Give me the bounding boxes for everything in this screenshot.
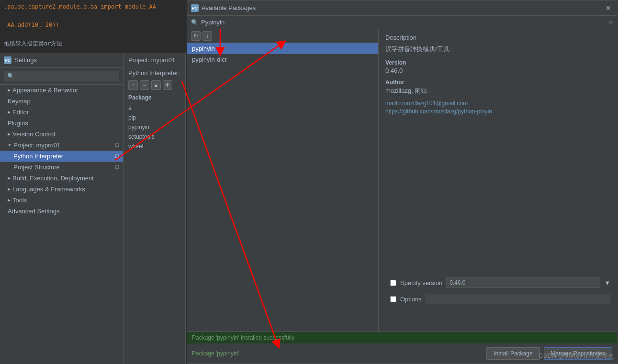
specify-version-row: Specify version ▼ <box>383 274 617 292</box>
package-list-panel: ↻ ↓ pypinyin pypinyin-dict <box>187 29 379 331</box>
project-header-label: Project: mypro01 <box>128 56 175 64</box>
success-message: Package 'pypinyin' installed successfull… <box>187 332 617 343</box>
project-header: Project: mypro01 <box>124 53 185 67</box>
sidebar-item-label: Advanced Settings <box>8 208 59 215</box>
sidebar-item-advanced[interactable]: Advanced Settings <box>0 206 123 217</box>
sidebar-item-label: Languages & Frameworks <box>12 186 85 193</box>
version-value: 0.46.0 <box>385 67 610 74</box>
specify-version-label: Specify version <box>400 279 442 287</box>
list-item[interactable]: pypinyin <box>124 122 185 132</box>
sidebar-item-keymap[interactable]: Keymap <box>0 96 123 107</box>
description-text: 汉字拼音转换模块/工具. <box>385 45 610 54</box>
dialog-close-button[interactable]: ✕ <box>604 3 613 13</box>
sidebar-item-label: Tools <box>12 197 27 204</box>
list-item[interactable]: pip <box>124 113 185 122</box>
sidebar-item-python-interpreter[interactable]: Python Interpreter ⊡ <box>0 151 123 162</box>
author-value: mozillazg, 闲钻 <box>385 87 610 95</box>
dialog-body: ↻ ↓ pypinyin pypinyin-dict Description 汉… <box>187 29 617 331</box>
pc-icon: PC <box>4 56 11 64</box>
sidebar-item-label: Version Control <box>12 131 55 138</box>
github-link[interactable]: https://github.com/mozillazg/python-piny… <box>385 108 610 115</box>
version-label: Version <box>385 59 610 66</box>
settings-label: Settings <box>14 56 37 64</box>
sidebar-item-editor[interactable]: Editor <box>0 107 123 118</box>
list-item[interactable]: a <box>124 103 185 113</box>
options-checkbox[interactable] <box>390 296 396 302</box>
project-icon: ⊡ <box>115 142 119 148</box>
interpreter-label: Python Interpreter: <box>124 67 185 78</box>
project-content-panel: Project: mypro01 Python Interpreter: + −… <box>124 53 186 364</box>
interpreter-label-text: Python Interpreter: <box>128 69 180 77</box>
settings-title: PC Settings <box>0 53 123 68</box>
sidebar-item-label: Keymap <box>8 98 31 105</box>
dialog-search-bar: 🔍 ✕ <box>187 16 617 29</box>
sidebar-item-vcs[interactable]: Version Control <box>0 129 123 140</box>
package-column-header: Package <box>124 92 185 103</box>
email-link[interactable]: mailto:mozillazg101@gmail.com <box>385 100 610 107</box>
package-item-pypinyin-dict[interactable]: pypinyin-dict <box>187 54 378 65</box>
clear-search-icon[interactable]: ✕ <box>608 19 613 26</box>
sidebar-item-build[interactable]: Build, Execution, Deployment <box>0 173 123 184</box>
sidebar-item-appearance[interactable]: Appearance & Behavior <box>0 85 123 96</box>
sidebar-item-languages[interactable]: Languages & Frameworks <box>0 184 123 195</box>
settings-search-input[interactable] <box>4 71 119 81</box>
refresh-button[interactable]: ↻ <box>191 31 201 41</box>
search-icon: 🔍 <box>191 19 198 26</box>
dialog-title: Available Packages <box>202 4 604 11</box>
sidebar-item-project-structure[interactable]: Project Structure ⊡ <box>0 162 123 173</box>
package-list-items: pypinyin pypinyin-dict <box>187 43 378 331</box>
description-panel: Description 汉字拼音转换模块/工具. Version 0.46.0 … <box>379 29 617 331</box>
download-button[interactable]: ↓ <box>202 31 212 41</box>
install-package-button[interactable]: Install Package <box>486 347 539 360</box>
sidebar-item-plugins[interactable]: Plugins <box>0 118 123 129</box>
options-row: Options <box>383 292 617 306</box>
dialog-titlebar: PC Available Packages ✕ <box>187 0 617 16</box>
packages-toolbar: + − ▲ 👁 <box>124 78 185 92</box>
add-package-button[interactable]: + <box>128 80 138 90</box>
description-header: Description <box>385 34 610 41</box>
sidebar-item-label: Build, Execution, Deployment <box>12 175 94 182</box>
search-box <box>0 68 123 85</box>
list-item[interactable]: wheel <box>124 142 185 151</box>
footer-status: Package 'pypinyin' <box>192 350 483 357</box>
sidebar-item-label: Editor <box>12 109 29 116</box>
sidebar-item-tools[interactable]: Tools <box>0 195 123 206</box>
version-dropdown-icon[interactable]: ▼ <box>604 279 610 287</box>
package-item-pypinyin[interactable]: pypinyin <box>187 43 378 54</box>
sidebar-item-label: Plugins <box>8 120 28 127</box>
package-list-toolbar: ↻ ↓ <box>187 29 378 43</box>
package-search-input[interactable] <box>201 19 606 26</box>
up-package-button[interactable]: ▲ <box>151 80 161 90</box>
specify-version-checkbox[interactable] <box>390 280 396 286</box>
sidebar-item-label: Appearance & Behavior <box>12 87 78 94</box>
settings-panel: PC Settings Appearance & Behavior Keymap… <box>0 53 124 364</box>
author-label: Author <box>385 79 610 86</box>
eye-package-button[interactable]: 👁 <box>163 80 172 90</box>
available-packages-dialog: PC Available Packages ✕ 🔍 ✕ ↻ ↓ pypinyin… <box>187 0 618 364</box>
sub-icon2: ⊡ <box>115 164 119 170</box>
sidebar-item-label: Project: mypro01 <box>13 142 60 149</box>
options-label: Options <box>400 296 422 303</box>
remove-package-button[interactable]: − <box>140 80 149 90</box>
sidebar-item-project[interactable]: Project: mypro01 ⊡ <box>0 140 123 151</box>
sidebar-item-label: Project Structure <box>13 164 60 171</box>
options-input[interactable] <box>426 294 610 304</box>
editor-area: .pause.capture2.module.a.aa import modul… <box>0 0 187 57</box>
sidebar-item-label: Python Interpreter <box>13 153 63 160</box>
sub-icon: ⊡ <box>115 153 119 159</box>
dialog-pc-icon: PC <box>191 4 199 12</box>
specify-version-input[interactable] <box>446 277 600 288</box>
list-item[interactable]: setuptools <box>124 132 185 142</box>
watermark: CSDN @时间静止不是简史 <box>539 352 614 360</box>
